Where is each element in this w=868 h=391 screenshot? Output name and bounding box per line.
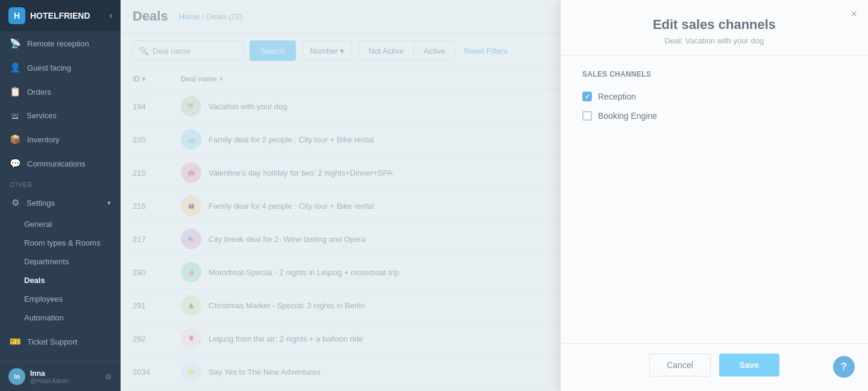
ticket-support-icon: 🎫	[10, 336, 21, 347]
channel-reception-row: ✓ Reception	[582, 87, 846, 106]
footer-user: Inna @Hotel Admin	[30, 369, 100, 384]
modal-footer: Cancel Save	[561, 343, 868, 391]
sidebar-sub-item-deals[interactable]: Deals	[0, 271, 121, 290]
sidebar-item-label: Guest facing	[27, 63, 71, 72]
sidebar-item-services[interactable]: 🛎 Services	[0, 104, 121, 127]
modal-title: Edit sales channels	[582, 17, 846, 33]
sidebar-item-ticket-support[interactable]: 🎫 Ticket Support	[0, 329, 121, 354]
channel-booking-engine-row: Booking Engine	[582, 106, 846, 126]
guest-facing-icon: 👤	[10, 62, 21, 73]
cancel-button[interactable]: Cancel	[649, 354, 711, 377]
booking-engine-label: Booking Engine	[598, 111, 657, 121]
sidebar-footer: In Inna @Hotel Admin ⚙	[0, 361, 121, 391]
modal-body: Sales Channels ✓ Reception Booking Engin…	[561, 56, 868, 343]
footer-user-role: @Hotel Admin	[30, 378, 100, 384]
sidebar-sub-item-automation[interactable]: Automation	[0, 308, 121, 327]
sidebar-item-inventory[interactable]: 📦 Inventory	[0, 127, 121, 151]
main-content: Deals Home / Deals (22) 🔍 Search Number …	[121, 0, 868, 391]
inventory-icon: 📦	[10, 134, 21, 145]
footer-user-name: Inna	[30, 369, 100, 378]
sidebar-item-label: Inventory	[27, 135, 59, 144]
booking-engine-checkbox[interactable]	[582, 111, 592, 121]
sidebar-item-label: Orders	[27, 87, 51, 97]
sidebar-item-label: Communications	[27, 159, 86, 168]
services-icon: 🛎	[10, 110, 20, 121]
save-button[interactable]: Save	[719, 354, 779, 377]
checkmark-icon: ✓	[585, 93, 590, 101]
sidebar: H HOTELFRIEND ‹ 📡 Remote reception 👤 Gue…	[0, 0, 121, 391]
avatar: In	[8, 368, 25, 385]
user-settings-icon[interactable]: ⚙	[105, 372, 112, 381]
modal-header: Edit sales channels Deal: Vacation with …	[561, 0, 868, 56]
sub-item-label: Automation	[24, 313, 64, 322]
sub-item-label: General	[24, 220, 52, 229]
section-other-label: OTHER	[0, 176, 121, 191]
sub-item-label: Room types & Rooms	[24, 238, 100, 247]
sidebar-item-label: Ticket Support	[27, 337, 77, 346]
settings-label: Settings	[27, 199, 55, 208]
modal-subtitle: Deal: Vacation with your dog	[582, 36, 846, 45]
sub-item-label: Employees	[24, 294, 63, 304]
sidebar-collapse-icon[interactable]: ‹	[110, 11, 112, 20]
sidebar-sub-item-room-types[interactable]: Room types & Rooms	[0, 234, 121, 252]
sidebar-item-orders[interactable]: 📋 Orders	[0, 80, 121, 104]
orders-icon: 📋	[10, 86, 21, 97]
sales-channels-label: Sales Channels	[582, 70, 846, 78]
sidebar-sub-item-employees[interactable]: Employees	[0, 290, 121, 308]
close-button[interactable]: ×	[851, 8, 857, 19]
app-name: HOTELFRIEND	[30, 11, 90, 21]
logo-icon: H	[8, 7, 25, 24]
sidebar-logo: H HOTELFRIEND ‹	[0, 0, 121, 31]
sidebar-item-label: Services	[27, 111, 57, 120]
reception-label: Reception	[598, 92, 636, 101]
sidebar-item-remote-reception[interactable]: 📡 Remote reception	[0, 31, 121, 56]
help-button[interactable]: ?	[833, 356, 855, 378]
communications-icon: 💬	[10, 158, 21, 169]
sub-item-label: Departments	[24, 257, 69, 266]
sidebar-item-label: Remote reception	[27, 39, 89, 48]
sidebar-sub-item-general[interactable]: General	[0, 215, 121, 234]
sidebar-item-settings[interactable]: ⚙ Settings ▾	[0, 191, 121, 215]
sidebar-item-guest-facing[interactable]: 👤 Guest facing	[0, 56, 121, 80]
sidebar-item-communications[interactable]: 💬 Communications	[0, 151, 121, 176]
remote-reception-icon: 📡	[10, 38, 21, 49]
edit-sales-channels-panel: × Edit sales channels Deal: Vacation wit…	[561, 0, 868, 391]
sub-item-label: Deals	[24, 276, 45, 285]
reception-checkbox[interactable]: ✓	[582, 92, 592, 101]
chevron-down-icon: ▾	[107, 199, 111, 207]
sidebar-sub-item-departments[interactable]: Departments	[0, 252, 121, 271]
settings-icon: ⚙	[10, 197, 20, 208]
